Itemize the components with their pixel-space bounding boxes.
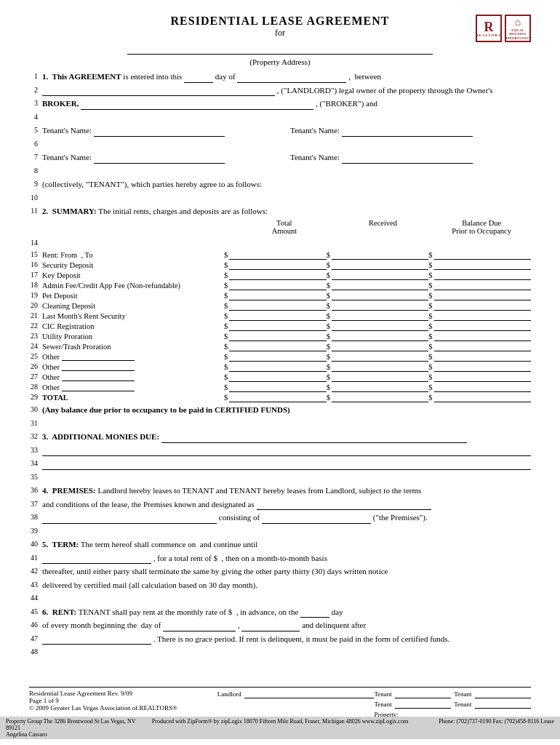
equal-house-icon: ⌂ xyxy=(515,17,521,28)
lastmonth-received: $ xyxy=(327,311,429,321)
utility-received: $ xyxy=(327,332,429,341)
line-num-46: 46 xyxy=(29,619,42,630)
line-40: 40 5. TERM: The term hereof shall commen… xyxy=(29,538,531,551)
day-field[interactable] xyxy=(184,82,213,83)
utility-total: $ xyxy=(224,332,327,341)
line-45: 45 6. RENT: TENANT shall pay rent at the… xyxy=(29,606,531,618)
tenant4-sig-field[interactable] xyxy=(475,700,531,709)
line-46-content: of every month beginning the day of , an… xyxy=(42,619,531,632)
pet-total: $ xyxy=(224,291,327,300)
line-44-content xyxy=(42,592,531,605)
other3-balance: $ xyxy=(428,372,531,382)
month-year-field[interactable] xyxy=(237,82,346,83)
line-num-21: 21 xyxy=(29,311,42,319)
line-37: 37 and conditions of the lease, the Prem… xyxy=(29,498,531,511)
other1-balance: $ xyxy=(428,352,531,362)
cic-balance: $ xyxy=(428,322,531,331)
other4-total: $ xyxy=(224,383,327,392)
line-1: 1 1. This AGREEMENT is entered into this… xyxy=(29,71,531,83)
line-num-23: 23 xyxy=(29,332,42,340)
line-9-content: (collectively, "TENANT"), which parties … xyxy=(42,178,531,191)
tenant4-name-field[interactable] xyxy=(342,163,473,164)
footer-bar: Residential Lease Agreement Rev. 9/09 Pa… xyxy=(29,687,531,719)
other2-balance: $ xyxy=(428,362,531,372)
line-num-11: 11 xyxy=(29,205,42,216)
line-34: 34 xyxy=(29,458,531,470)
line-num-48: 48 xyxy=(29,646,42,657)
sewer-label: Sewer/Trash Proration xyxy=(42,343,224,351)
admin-received: $ xyxy=(327,281,429,290)
line-num-22: 22 xyxy=(29,322,42,330)
tenant2-name-field[interactable] xyxy=(342,136,473,137)
summary-row-lastmonth: 21 Last Month's Rent Security $ $ $ xyxy=(29,311,531,321)
additional-line-2[interactable] xyxy=(42,461,531,470)
utility-label: Utility Proration xyxy=(42,332,224,340)
line-9: 9 (collectively, "TENANT"), which partie… xyxy=(29,178,531,191)
summary-amount-header: Amount xyxy=(235,227,334,235)
line-num-5: 5 xyxy=(29,124,42,135)
tenant2-sig-field[interactable] xyxy=(475,690,531,698)
property-address-line xyxy=(29,44,531,56)
line-43-content: delivered by certified mail (all calcula… xyxy=(42,579,531,591)
lastmonth-label: Last Month's Rent Security xyxy=(42,312,224,320)
line-num-40: 40 xyxy=(29,538,42,549)
cleaning-received: $ xyxy=(327,301,429,311)
tenant1-name-field[interactable] xyxy=(94,136,225,137)
page-header: RESIDENTIAL LEASE AGREEMENT for R REALTO… xyxy=(29,15,531,39)
line-num-19: 19 xyxy=(29,291,42,299)
additional-monies-field[interactable] xyxy=(161,442,467,443)
line-num-35: 35 xyxy=(29,471,42,482)
equal-housing-label: EQUAL HOUSINGOPPORTUNITY xyxy=(505,28,531,40)
landlord-sig-field[interactable] xyxy=(244,690,375,698)
admin-label: Admin Fee/Credit App Fee (Non-refundable… xyxy=(42,282,224,290)
line-4-content xyxy=(42,111,531,124)
agent-name: Angelina Cassaro xyxy=(6,731,143,738)
summary-prior-header: Prior to Occupancy xyxy=(432,227,531,235)
line-num-43: 43 xyxy=(29,579,42,590)
sewer-received: $ xyxy=(327,342,429,351)
summary-row-cic: 22 CIC Registration $ $ $ xyxy=(29,322,531,331)
line-14: 14 xyxy=(29,237,531,250)
rent-delinquent-field[interactable] xyxy=(42,644,151,645)
term-end-field[interactable] xyxy=(42,563,151,564)
pet-balance: $ xyxy=(428,291,531,300)
other2-received: $ xyxy=(327,362,429,372)
summary-rows: 15 Rent: From , To $ $ $ 16 Security Dep… xyxy=(29,250,531,402)
main-content: 1 1. This AGREEMENT is entered into this… xyxy=(29,71,531,658)
rent-day-field[interactable] xyxy=(300,617,329,618)
line-num-45: 45 xyxy=(29,606,42,617)
other3-received: $ xyxy=(327,372,429,382)
premises-city-field[interactable] xyxy=(42,523,217,524)
line-42-content: thereafter, until either party shall ter… xyxy=(42,565,531,578)
line-num-34: 34 xyxy=(29,458,42,469)
tenant3-name-field[interactable] xyxy=(94,163,225,164)
rent-balance: $ xyxy=(428,250,531,260)
additional-line-1[interactable] xyxy=(42,447,531,456)
total-balance: $ xyxy=(428,393,531,402)
property-address-field[interactable] xyxy=(127,44,433,55)
line-47: 47 . There is no grace period. If rent i… xyxy=(29,633,531,645)
lastmonth-balance: $ xyxy=(428,311,531,321)
other2-label: Other xyxy=(42,363,224,371)
line-48-content xyxy=(42,646,531,658)
line-35: 35 xyxy=(29,471,531,484)
rent-start-month-field[interactable] xyxy=(163,631,236,632)
broker-name-field[interactable] xyxy=(81,109,313,110)
tenant1-sig-field[interactable] xyxy=(395,690,451,698)
line-7-content: Tenant's Name: Tenant's Name: xyxy=(42,151,531,164)
premises-consist-field[interactable] xyxy=(262,523,371,524)
line-num-44: 44 xyxy=(29,592,42,603)
tenant3-sig-field[interactable] xyxy=(395,700,451,709)
summary-row-total: 29 TOTAL $ $ $ xyxy=(29,393,531,402)
line-6: 6 xyxy=(29,138,531,151)
line-11: 11 2. SUMMARY: The initial rents, charge… xyxy=(29,205,531,218)
key-received: $ xyxy=(327,271,429,280)
premises-address-field[interactable] xyxy=(257,509,431,510)
landlord-name-field[interactable] xyxy=(42,95,275,96)
bottom-right: Phone: (702)737-0190 Fax: (702)458-8116 … xyxy=(417,718,555,738)
footer-row1: Residential Lease Agreement Rev. 9/09 Pa… xyxy=(29,690,531,719)
landlord-label: Landlord xyxy=(217,690,241,698)
line-48: 48 xyxy=(29,646,531,658)
rent-start-year-field[interactable] xyxy=(241,631,300,632)
realtor-r-icon: R xyxy=(484,20,494,33)
